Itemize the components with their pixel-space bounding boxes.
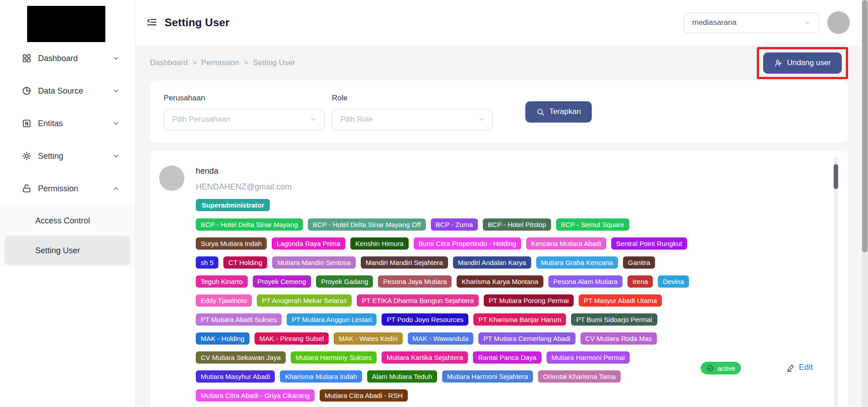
company-badge: CV Mutiara Roda Mas [580, 332, 657, 345]
sidebar-item-entitas[interactable]: Entitas [0, 107, 135, 140]
window-scrollbar[interactable] [862, 0, 868, 407]
company-badge: BCP - Zuma [431, 218, 478, 231]
sidebar-item-label: Dashboard [38, 54, 78, 63]
breadcrumb-item[interactable]: Setting User [253, 58, 295, 67]
edit-label: Edit [799, 363, 813, 372]
company-badge: Mutiara Graha Kencana [536, 256, 618, 269]
sidebar-subitem-setting-user[interactable]: Setting User [5, 236, 131, 265]
role-select[interactable]: Pilih Role [332, 109, 493, 130]
company-badge: PT Kharisma Banjar Harum [473, 313, 566, 326]
user-name: henda [196, 166, 700, 176]
chevron-down-icon [113, 152, 120, 160]
company-badge: Ganitra [623, 256, 655, 269]
role-placeholder: Pilih Role [340, 115, 373, 124]
avatar[interactable] [827, 11, 850, 34]
sidebar-item-label: Entitas [38, 119, 63, 128]
company-badge: MAK - Holding [196, 332, 250, 345]
sidebar-subitem-access-control[interactable]: Access Control [0, 206, 135, 236]
edit-button[interactable]: Edit [787, 363, 813, 372]
company-badge: Pesona Jaya Mutiara [378, 275, 452, 288]
company-badge: Mandiri Mandiri Sejahtera [361, 256, 448, 269]
card-scrollbar[interactable] [834, 156, 838, 407]
breadcrumb: Dashboard>Permission>Setting User [150, 58, 295, 67]
chevron-down-icon [113, 55, 120, 62]
company-badge: BCP - Hotel Delta Sinar Mayang [196, 218, 303, 231]
company-badge: Mutiara Masyhur Abadi [196, 370, 275, 383]
chevron-down-icon [113, 87, 120, 95]
main-area: Setting User mediasarana Dashboard>Permi… [136, 0, 868, 407]
undang-user-button[interactable]: Undang user [763, 52, 842, 74]
chevron-up-icon [113, 185, 120, 192]
company-badge: MAK - Pinrang Sulsel [255, 332, 329, 345]
sidebar-item-permission[interactable]: Permission [0, 172, 135, 205]
sidebar-submenu: Access ControlSetting User [0, 205, 135, 266]
sidebar-item-label: Data Source [38, 86, 83, 96]
company-badge: PT Bumi Sidoarjo Permai [571, 313, 657, 326]
status-badge: active [701, 362, 741, 374]
role-label: Role [332, 94, 493, 103]
company-badge: Proyek Cemeng [253, 275, 311, 288]
chevron-down-icon [113, 120, 120, 127]
company-badge: Proyek Gadang [316, 275, 373, 288]
breadcrumb-item[interactable]: Dashboard [150, 58, 188, 67]
chevron-down-icon [478, 116, 485, 123]
undang-user-label: Undang user [787, 58, 831, 67]
company-badge: PT Masyur Abadi Utama [579, 294, 662, 307]
role-badge: Superadministrator [196, 199, 270, 211]
badge-list: BCP - Hotel Delta Sinar MayangBCP - Hote… [196, 218, 700, 402]
unlock-icon [22, 184, 32, 194]
company-badge: MAK - Wates Kediri [334, 332, 402, 345]
breadcrumb-item[interactable]: Permission [201, 58, 239, 67]
search-icon [536, 108, 545, 116]
company-badge: Mutiara Kartika Sejahtera [382, 351, 468, 364]
sidebar-item-data-source[interactable]: Data Source [0, 75, 135, 107]
company-badge: PT Mutiara Cemerlang Abadi [478, 332, 575, 345]
sidebar-item-dashboard[interactable]: Dashboard [0, 42, 135, 75]
chevron-down-icon [804, 19, 811, 26]
entity-icon [22, 118, 32, 128]
company-badge: CT Holding [223, 256, 267, 269]
company-select[interactable]: mediasarana [684, 13, 819, 33]
company-badge: CV Mutiara Sekawan Jaya [196, 351, 286, 364]
menu-fold-icon[interactable] [146, 17, 157, 28]
company-select-value: mediasarana [692, 18, 736, 27]
company-badge: Kharisma Mutiara Indah [280, 370, 362, 383]
sidebar-menu: DashboardData SourceEntitasSettingPermis… [0, 42, 135, 205]
user-card: henda HENDAHENZ@gmail.com Superadministr… [150, 151, 848, 407]
sidebar-item-label: Permission [38, 184, 78, 194]
company-badge: Kenshin Himura [350, 237, 409, 250]
company-badge: Mutiara Citra Abadi - Griya Cikarang [196, 389, 315, 402]
perusahaan-placeholder: Pilih Perusahaan [172, 115, 231, 124]
company-logo [27, 6, 105, 42]
topbar: Setting User mediasarana [136, 0, 868, 45]
company-badge: Oriental Kharisma Tama [538, 370, 621, 383]
sidebar: DashboardData SourceEntitasSettingPermis… [0, 0, 136, 407]
company-badge: sh 5 [196, 256, 218, 269]
company-badge: Bumi Citra Propertindo - Holding [414, 237, 521, 250]
company-badge: MAK - Wawandula [408, 332, 474, 345]
app-root: DashboardData SourceEntitasSettingPermis… [0, 0, 868, 407]
company-badge: Mutiara Harmoni Sejahtera [442, 370, 533, 383]
company-badge: Mutiara Citra Abadi - RSH [320, 389, 408, 402]
sidebar-item-setting[interactable]: Setting [0, 140, 135, 172]
card-scrollbar-thumb[interactable] [834, 164, 838, 189]
terapkan-button[interactable]: Terapkan [525, 101, 592, 123]
filter-card: Perusahaan Pilih Perusahaan Role Pilih R… [150, 80, 848, 143]
sidebar-item-label: Setting [38, 151, 63, 161]
company-badge: Sentral Point Rungkut [611, 237, 687, 250]
company-badge: Eddy Tjawinoto [196, 294, 252, 307]
company-badge: PT Mutiara Anggun Lestari [287, 313, 377, 326]
perusahaan-label: Perusahaan [164, 94, 325, 103]
company-badge: BCP - Semut Square [556, 218, 629, 231]
user-add-icon [774, 59, 783, 67]
company-badge: Rantai Panca Daya [473, 351, 541, 364]
chevron-down-icon [310, 116, 317, 123]
check-circle-icon [707, 364, 714, 372]
content: Dashboard>Permission>Setting User Undang… [136, 45, 868, 407]
company-badge: Surya Mutiara Indah [196, 237, 267, 250]
perusahaan-select[interactable]: Pilih Perusahaan [164, 109, 325, 130]
window-scrollbar-thumb[interactable] [862, 0, 868, 252]
edit-pencil-icon [787, 364, 795, 372]
company-badge: PT Mutiara Abadi Sukses [196, 313, 282, 326]
company-badge: Teguh Kinarto [196, 275, 248, 288]
